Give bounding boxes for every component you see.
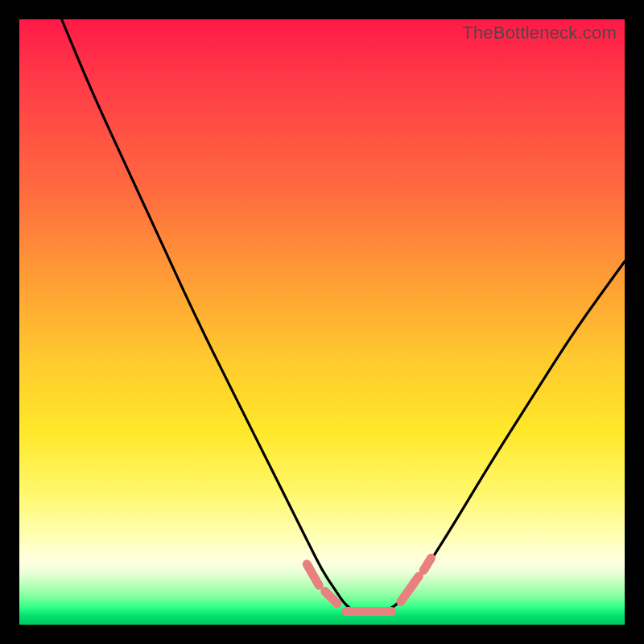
optimal-marker [401, 576, 419, 602]
bottleneck-curve [19, 19, 625, 625]
optimal-marker [307, 564, 319, 585]
optimal-marker [423, 558, 431, 570]
optimal-range-markers [307, 558, 431, 611]
chart-frame: TheBottleneck.com [19, 19, 625, 625]
curve-path [62, 19, 625, 613]
optimal-marker [325, 592, 337, 604]
watermark-text: TheBottleneck.com [462, 23, 617, 43]
